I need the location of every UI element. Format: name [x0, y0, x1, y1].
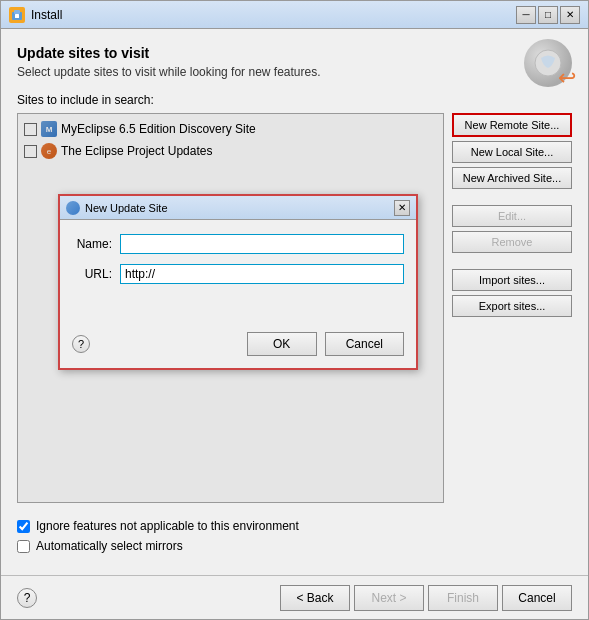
name-label: Name: — [72, 237, 112, 251]
install-icon: ↩ — [524, 39, 572, 87]
url-row: URL: — [72, 264, 404, 284]
modal-title: New Update Site — [85, 202, 394, 214]
name-input[interactable] — [120, 234, 404, 254]
modal-overlay: New Update Site ✕ Name: URL: — [18, 114, 443, 502]
close-button[interactable]: ✕ — [560, 6, 580, 24]
url-label: URL: — [72, 267, 112, 281]
header-desc: Select update sites to visit while looki… — [17, 65, 572, 79]
edit-button[interactable]: Edit... — [452, 205, 572, 227]
button-spacer-1 — [452, 193, 572, 201]
new-local-site-button[interactable]: New Local Site... — [452, 141, 572, 163]
checkboxes-section: Ignore features not applicable to this e… — [17, 519, 572, 559]
import-sites-button[interactable]: Import sites... — [452, 269, 572, 291]
next-button[interactable]: Next > — [354, 585, 424, 611]
header-title: Update sites to visit — [17, 45, 572, 61]
sites-panel: M MyEclipse 6.5 Edition Discovery Site e… — [17, 113, 444, 503]
ignore-features-label: Ignore features not applicable to this e… — [36, 519, 299, 533]
modal-close-button[interactable]: ✕ — [394, 200, 410, 216]
back-button[interactable]: < Back — [280, 585, 350, 611]
help-button[interactable]: ? — [17, 588, 37, 608]
modal-body: Name: URL: ? OK — [60, 220, 416, 368]
auto-mirrors-item: Automatically select mirrors — [17, 539, 572, 553]
auto-mirrors-label: Automatically select mirrors — [36, 539, 183, 553]
name-row: Name: — [72, 234, 404, 254]
modal-help-button[interactable]: ? — [72, 335, 90, 353]
navigation-buttons: < Back Next > Finish Cancel — [280, 585, 572, 611]
export-sites-button[interactable]: Export sites... — [452, 295, 572, 317]
ok-button[interactable]: OK — [247, 332, 317, 356]
auto-mirrors-checkbox[interactable] — [17, 540, 30, 553]
svg-rect-1 — [14, 10, 20, 14]
icon-graphic: ↩ — [524, 39, 572, 87]
main-area: M MyEclipse 6.5 Edition Discovery Site e… — [17, 113, 572, 503]
modal-titlebar: New Update Site ✕ — [60, 196, 416, 220]
url-input[interactable] — [120, 264, 404, 284]
bottom-bar: ? < Back Next > Finish Cancel — [1, 575, 588, 619]
remove-button[interactable]: Remove — [452, 231, 572, 253]
modal-action-buttons: OK Cancel — [247, 332, 404, 356]
finish-button[interactable]: Finish — [428, 585, 498, 611]
maximize-button[interactable]: □ — [538, 6, 558, 24]
sites-label: Sites to include in search: — [17, 93, 572, 107]
arrow-icon: ↩ — [558, 65, 576, 91]
buttons-panel: New Remote Site... New Local Site... New… — [452, 113, 572, 503]
window-title: Install — [31, 8, 516, 22]
cancel-button[interactable]: Cancel — [502, 585, 572, 611]
modal-icon — [66, 201, 80, 215]
new-update-site-dialog: New Update Site ✕ Name: URL: — [58, 194, 418, 370]
main-window: Install ─ □ ✕ ↩ Update sites to visit Se… — [0, 0, 589, 620]
new-archived-site-button[interactable]: New Archived Site... — [452, 167, 572, 189]
titlebar: Install ─ □ ✕ — [1, 1, 588, 29]
cancel-dialog-button[interactable]: Cancel — [325, 332, 404, 356]
ignore-features-checkbox[interactable] — [17, 520, 30, 533]
modal-footer: ? OK Cancel — [72, 332, 404, 356]
window-icon — [9, 7, 25, 23]
modal-spacer — [72, 294, 404, 324]
svg-rect-2 — [15, 14, 19, 18]
window-content: ↩ Update sites to visit Select update si… — [1, 29, 588, 575]
header-section: Update sites to visit Select update site… — [17, 45, 572, 79]
minimize-button[interactable]: ─ — [516, 6, 536, 24]
window-controls: ─ □ ✕ — [516, 6, 580, 24]
ignore-features-item: Ignore features not applicable to this e… — [17, 519, 572, 533]
button-spacer-2 — [452, 257, 572, 265]
new-remote-site-button[interactable]: New Remote Site... — [452, 113, 572, 137]
